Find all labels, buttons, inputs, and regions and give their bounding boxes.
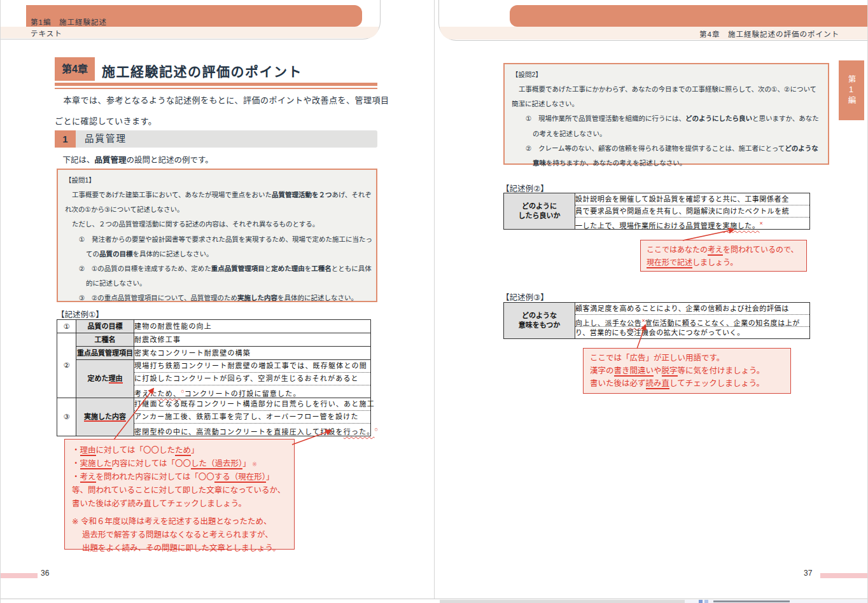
text-line: 意味を持ちますか、あなたの考えを記述しなさい。 bbox=[512, 156, 821, 170]
text-line: 意味をもつか bbox=[504, 321, 575, 330]
question1-label: 【設問1】 bbox=[65, 173, 369, 188]
text-run: 下記は、 bbox=[55, 156, 95, 165]
next-page-text-fragment bbox=[713, 600, 790, 602]
chapter-intro: 本章では、参考となるような記述例をもとに、評価のポイントや改善点を、管理項目ごと… bbox=[55, 90, 381, 132]
table-label-cell: 品質の目標 bbox=[76, 320, 134, 333]
text-run: と bbox=[265, 265, 272, 272]
text-run: ため、 bbox=[158, 390, 181, 398]
text-run: 現場打ち鉄筋コンクリート耐震壁の増設工事では、既存躯体との間 bbox=[134, 362, 367, 370]
text-line: り、営業的にも受注機会の拡大につながっていく。 bbox=[575, 327, 809, 338]
advice-note-3: ここでは「広告」が正しい用語です。漢字の書き間違いや脱字等に気を付けましょう。書… bbox=[583, 348, 791, 394]
chapter-header: 第4章 施工経験記述の評価のポイント bbox=[699, 29, 839, 39]
text-line: 向上し、派手な公告×宣伝活動に頼ることなく、企業の知名度は上が bbox=[575, 315, 809, 327]
text-run: を問われた内容に対しては「〇〇 bbox=[96, 473, 214, 482]
text-line: アンカー施工後、鉄筋工事を完了し、オーバーフロー管を設けた bbox=[134, 411, 370, 424]
question1-body: 工事概要であげた建築工事において、あなたが現場で重点をおいた品質管理活動を２つあ… bbox=[65, 188, 369, 306]
text-line: 一した上で、現場作業所における品質管理を実施した。× bbox=[575, 218, 809, 229]
text-run: 読み直 bbox=[646, 379, 670, 389]
advice-note-2: ここではあなたの考えを問われているので、現在形で記述しましょう。 bbox=[640, 240, 807, 272]
text-run: 書き間違い bbox=[614, 366, 654, 377]
text-line: 設計説明会を開催して設計品質を確認すると共に、工事関係者全 bbox=[575, 193, 809, 205]
text-run: 工事概要であげた工事にかかわらず、あなたの今日までの工事経験に照らして、次の①、… bbox=[519, 85, 816, 93]
text-run: ・ bbox=[72, 459, 80, 468]
next-page-logo-fragment bbox=[704, 600, 708, 603]
text-run: と思いますか、あなた bbox=[752, 114, 819, 122]
textbook-spread: 第1編 施工経験記述 テキスト 第4章 施工経験記述の評価のポイント 第1編 第… bbox=[0, 0, 868, 603]
right-header-bar bbox=[510, 5, 868, 27]
table-label-cell: 実施した内容 bbox=[76, 398, 134, 436]
text-run: 建物の耐震性能の向上 bbox=[134, 322, 212, 330]
example3-table: どのような 意味をもつか 顧客満足度を高めることにより、企業の信頼および社会的評… bbox=[503, 302, 810, 339]
text-line: 出題をよく読み、その問題に即した文章としましょう。 bbox=[72, 542, 287, 555]
footer-bar-right bbox=[820, 573, 868, 578]
section-bar: 1 品質管理 bbox=[55, 130, 377, 148]
text-run: 一した上で、現場作業所における品質管理を bbox=[575, 222, 723, 230]
next-page-edge-gray bbox=[440, 600, 685, 603]
text-run: 考えた bbox=[134, 390, 158, 398]
table-num-cell: ① bbox=[57, 320, 76, 333]
page-number-right: 37 bbox=[804, 569, 812, 578]
text-line: 的に記述しなさい。 bbox=[65, 276, 369, 291]
table-label-cell: どのように したら良いか bbox=[504, 193, 575, 230]
text-run: 実施した bbox=[80, 459, 112, 469]
text-line: 現在形で記述しましょう。 bbox=[647, 256, 801, 269]
text-run: 内容に対しては「〇〇 bbox=[112, 459, 191, 468]
text-line: 簡潔に記述しなさい。 bbox=[512, 97, 821, 111]
text-run: を持ちますか、あなたの考えを記述しなさい。 bbox=[546, 159, 686, 167]
text-run: に対しては「〇〇した bbox=[96, 446, 175, 455]
text-run: 重点品質管理項目 bbox=[77, 349, 133, 357]
text-line: 本章では、参考となるような記述例をもとに、評価のポイントや改善点を、管理項目 bbox=[55, 90, 381, 111]
text-run: 漢字の bbox=[590, 366, 614, 375]
text-run: した（過去形） bbox=[191, 459, 242, 469]
text-line: 考えたため、○コンクリートの打設に留意した。 bbox=[134, 385, 370, 398]
lead-sentence: 下記は、品質管理の設問と記述の例です。 bbox=[55, 153, 213, 165]
text-run: 品質管理 bbox=[95, 156, 127, 165]
text-line: ての品質の目標を具体的に記述しなさい。 bbox=[65, 247, 369, 261]
text-run: 理由 bbox=[109, 375, 123, 384]
text-run: とともに具体 bbox=[332, 265, 372, 272]
text-line: ・実施した内容に対しては「〇〇した（過去形）」 ※ bbox=[72, 457, 287, 471]
text-run: 考え bbox=[708, 246, 723, 256]
text-run: 品質の目標 bbox=[99, 250, 133, 258]
text-run: 工種名 bbox=[95, 336, 116, 343]
advice-note-1: ・理由に対しては「〇〇したため」・実施した内容に対しては「〇〇した（過去形）」 … bbox=[64, 439, 295, 550]
text-run: ※ bbox=[251, 461, 257, 468]
text-run: ここではあなたの bbox=[647, 246, 708, 254]
text-run: 的に記述しなさい。 bbox=[86, 279, 146, 287]
text-run: り、営業的にも受注機会の拡大につながっていく。 bbox=[575, 329, 745, 336]
table-content-cell: 建物の耐震性能の向上 bbox=[134, 320, 371, 333]
text-run: 顧客満足度を高めることにより、企業の信頼および社会的評価は bbox=[575, 305, 789, 312]
text-run: 打継面となる既存コンクリート構造部分に目荒らしを行い、あと施工 bbox=[134, 400, 375, 408]
table-label-cell: 重点品質管理項目 bbox=[76, 347, 134, 360]
text-run: × bbox=[760, 220, 763, 226]
text-run: 密実なコンクリート耐震壁の構築 bbox=[134, 349, 251, 357]
table-num-cell: ② bbox=[57, 333, 76, 398]
text-line: 書いた後は必ず読み直してチェックしましょう。 bbox=[590, 377, 784, 390]
text-run: 工種名 bbox=[311, 265, 332, 272]
text-run: アンカー施工後、鉄筋工事を完了し、オーバーフロー管を設けた bbox=[134, 413, 359, 420]
text-line: 密閉型枠の中に、高流動コンクリートを直接圧入して打設を行った。○ bbox=[134, 424, 370, 436]
text-run: 書いた後は必ず読み直してチェックしましょう。 bbox=[72, 499, 246, 508]
chapter-rule-thick bbox=[55, 83, 377, 86]
text-run: してチェックしましょう。 bbox=[669, 379, 764, 388]
table-content-cell: 現場打ち鉄筋コンクリート耐震壁の増設工事では、既存躯体との間 に打設したコンクリ… bbox=[134, 360, 371, 398]
text-run: 定めた理由 bbox=[271, 265, 305, 272]
text-line: 顧客満足度を高めることにより、企業の信頼および社会的評価は bbox=[575, 303, 809, 315]
text-line: 打継面となる既存コンクリート構造部分に目荒らしを行い、あと施工 bbox=[134, 398, 370, 411]
text-run: 員で要求品質や問題点を共有し、問題解決に向けたベクトルを統 bbox=[575, 207, 789, 215]
text-run: 重点品質管理項目 bbox=[211, 265, 265, 272]
text-run: 過去形で解答する問題はなくなると考えられますが、 bbox=[72, 530, 273, 539]
edition-side-tab: 第1編 bbox=[839, 60, 864, 120]
table-label-cell: 工種名 bbox=[76, 333, 134, 347]
text-line: 工事概要であげた工事にかかわらず、あなたの今日までの工事経験に照らして、次の①、… bbox=[512, 82, 821, 97]
text-line: ② ①の品質の目標を達成するため、定めた重点品質管理項目と定めた理由を工種名とと… bbox=[65, 261, 369, 276]
text-run: 脱字 bbox=[662, 366, 678, 377]
text-run: 書いた後は必ず bbox=[590, 379, 646, 388]
text-run: に打設したコンクリートが回らず、空洞が生じるおそれがあると bbox=[134, 375, 359, 382]
text-run: 行った。 bbox=[344, 428, 375, 436]
text-run: あげ、それぞ bbox=[332, 191, 372, 198]
text-run: ため bbox=[175, 446, 191, 456]
text-run: 意味 bbox=[533, 159, 546, 167]
text-line: ② クレーム等のない、顧客の信頼を得られる建物を提供することは、施工者にとってど… bbox=[512, 141, 821, 156]
table-label-cell: どのような 意味をもつか bbox=[504, 303, 575, 339]
